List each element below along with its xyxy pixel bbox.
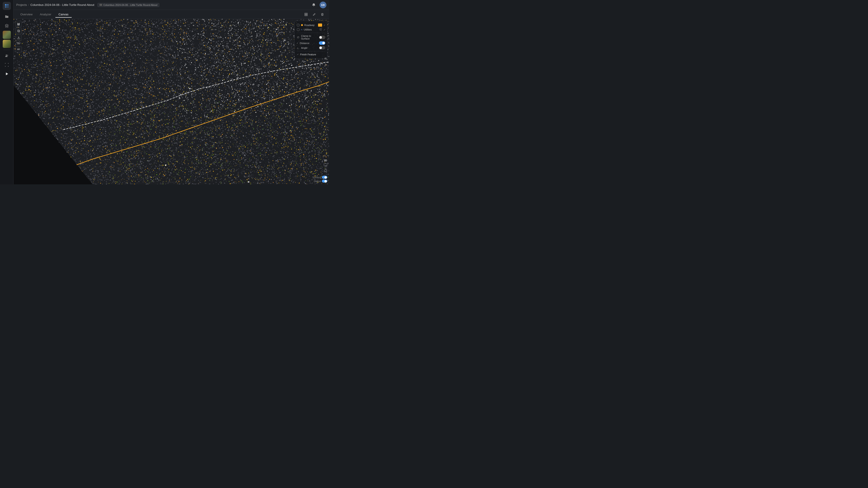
angle-label: Angle xyxy=(301,46,318,49)
breadcrumb-badge: Columbus 2024-04-06 - Little Turtle Roun… xyxy=(97,3,159,7)
page-title: Columbus 2024-04-06 - Little Turtle Roun… xyxy=(31,3,94,6)
canvas-save-btn[interactable] xyxy=(16,21,22,27)
center-point-marker xyxy=(165,164,166,166)
finish-feature-check-icon: ✓ xyxy=(297,53,299,56)
distance-label: Distance xyxy=(300,42,318,44)
view-monitor-icon[interactable] xyxy=(324,163,327,167)
roadway-color-swatch[interactable] xyxy=(318,24,322,27)
sidebar-thumb-1[interactable] xyxy=(3,31,11,39)
svg-rect-15 xyxy=(297,24,299,26)
top-nav: Projects / Columbus 2024-04-06 - Little … xyxy=(0,0,329,10)
utilities-stack-icon[interactable] xyxy=(319,28,322,31)
svg-rect-9 xyxy=(305,15,306,16)
breadcrumb: Projects / Columbus 2024-04-06 - Little … xyxy=(16,3,311,7)
svg-rect-20 xyxy=(324,164,327,166)
svg-rect-13 xyxy=(18,30,20,32)
edit-btn[interactable] xyxy=(323,63,328,68)
left-sidebar xyxy=(0,0,13,184)
sidebar-play-btn[interactable] xyxy=(3,70,11,78)
dense-toggle-row: Dense xyxy=(314,180,327,183)
surface-toggle-row: Surface xyxy=(312,176,327,179)
top-nav-right: EB xyxy=(311,2,327,8)
sidebar-layers-btn[interactable] xyxy=(3,22,11,30)
panel-divider-1 xyxy=(297,33,325,33)
svg-point-4 xyxy=(6,55,7,56)
tab-bar: Overview Analyzer Canvas xyxy=(13,10,329,19)
sidebar-fullscreen-btn[interactable] xyxy=(3,61,11,69)
clamp-surface-label: Clamp to Surface xyxy=(301,35,318,40)
angle-icon xyxy=(297,46,300,50)
sidebar-users-btn[interactable] xyxy=(3,52,11,60)
svg-rect-7 xyxy=(305,13,306,14)
svg-rect-1 xyxy=(7,4,8,6)
canvas-copy-btn[interactable] xyxy=(16,28,22,34)
svg-rect-10 xyxy=(306,15,307,16)
utilities-layer-icon xyxy=(297,28,300,31)
dense-label: Dense xyxy=(314,180,321,183)
canvas-toolbar: 3D 6D xyxy=(16,21,22,53)
svg-point-19 xyxy=(325,58,326,59)
roadway-row: Roadway ⤢ xyxy=(297,23,325,27)
sidebar-thumb-2[interactable] xyxy=(3,40,11,48)
distance-row: ✓ Distance xyxy=(297,41,325,45)
clamp-surface-row: Clamp to Surface xyxy=(297,34,325,41)
svg-rect-0 xyxy=(5,4,6,6)
eye-btn[interactable] xyxy=(323,56,328,61)
right-edge-tools xyxy=(323,21,328,68)
roadway-dot xyxy=(301,24,303,26)
canvas-6d-btn[interactable]: 6D xyxy=(16,46,22,53)
tab-analyzer[interactable]: Analyzer xyxy=(37,11,55,18)
tab-bar-right xyxy=(303,11,326,18)
projects-link[interactable]: Projects xyxy=(16,3,27,6)
avatar[interactable]: EB xyxy=(320,2,327,8)
right-panel: Roadway ⤢ + Utilities ⤢ xyxy=(294,21,327,59)
svg-rect-3 xyxy=(7,6,8,8)
view-home-icon[interactable] xyxy=(324,169,327,173)
finish-feature-row[interactable]: ✓ Finish Feature xyxy=(297,52,325,57)
tab-canvas[interactable]: Canvas xyxy=(55,11,72,18)
utilities-plus-icon: + xyxy=(301,29,303,31)
surface-label: Surface xyxy=(312,176,321,179)
clamp-surface-icon xyxy=(297,36,300,39)
angle-row: Angle xyxy=(297,45,325,50)
svg-rect-14 xyxy=(18,30,19,32)
sidebar-folder-btn[interactable] xyxy=(3,13,11,21)
roadway-label: Roadway xyxy=(304,24,317,26)
bottom-right-controls: 3D Surface Dense xyxy=(312,159,327,183)
distance-check-icon: ✓ xyxy=(297,42,298,44)
dense-toggle[interactable] xyxy=(322,180,327,183)
surface-toggle[interactable] xyxy=(322,176,327,179)
trash-icon[interactable] xyxy=(319,11,326,18)
tab-overview[interactable]: Overview xyxy=(17,11,36,18)
svg-marker-6 xyxy=(6,72,8,75)
svg-rect-16 xyxy=(297,29,299,31)
canvas-label-3d: 3D xyxy=(16,41,22,46)
roadway-layer-icon xyxy=(297,24,300,27)
svg-point-5 xyxy=(7,55,8,56)
notification-btn[interactable] xyxy=(311,2,317,8)
grid-icon[interactable] xyxy=(303,11,309,18)
sidebar-logo xyxy=(3,2,11,10)
main-canvas: 3D 6D Roadway ⤢ + Utilit xyxy=(13,19,329,184)
utilities-row: + Utilities ⤢ xyxy=(297,27,325,32)
view-3d-label: 3D xyxy=(324,159,327,162)
point-cloud-canvas xyxy=(13,19,329,184)
canvas-export-btn[interactable] xyxy=(16,34,22,41)
svg-rect-2 xyxy=(5,6,6,8)
finish-feature-label: Finish Feature xyxy=(300,53,325,56)
utilities-label: Utilities xyxy=(304,28,318,31)
svg-rect-8 xyxy=(306,13,307,14)
pencil-icon[interactable] xyxy=(311,11,317,18)
